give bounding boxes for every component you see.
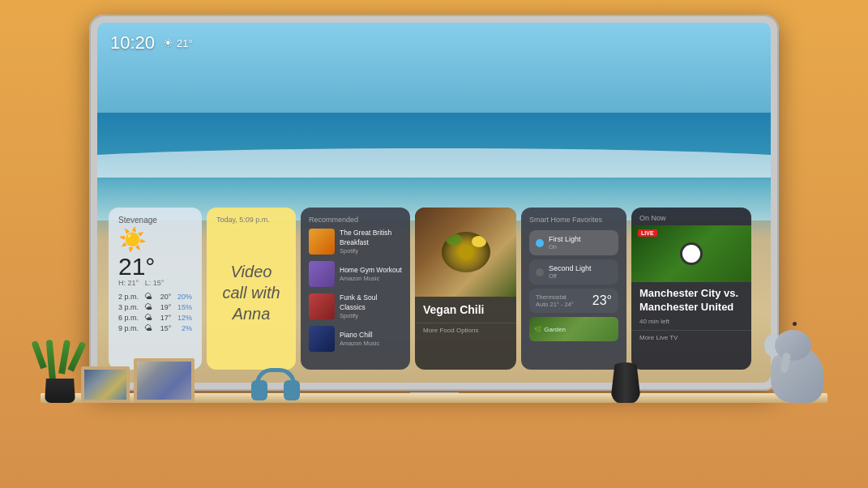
music-info-2: Home Gym Workout Amazon Music [340, 266, 402, 282]
tv-frame: 10:20 ☀ 21° Stevenage ☀️ 21° H: 21° L: 1… [89, 15, 779, 391]
music-info-1: The Great British Breakfast Spotify [340, 229, 402, 254]
onnow-title: On Now [639, 214, 743, 222]
leaf [31, 340, 46, 370]
garden-label: 🌿 Garden [534, 326, 566, 333]
weather-widget[interactable]: Stevenage ☀️ 21° H: 21° L: 15° 2 p.m. 🌤 … [109, 208, 202, 370]
tv-weather-display: ☀ 21° [163, 36, 193, 49]
forecast-row: 9 p.m. 🌤 15° 2% [118, 323, 192, 332]
food-image [415, 208, 516, 297]
note-widget[interactable]: Today, 5:09 p.m. Video call with Anna [207, 208, 296, 370]
light-2-dot [536, 268, 544, 276]
music-thumb-2 [309, 261, 335, 287]
weather-main-temp: 21° [118, 255, 192, 279]
plant-leaves [41, 340, 74, 380]
sun-icon: ☀ [163, 36, 173, 49]
tv-temp: 21° [177, 37, 193, 49]
music-item[interactable]: Piano Chill Amazon Music [309, 326, 402, 352]
light-2-item[interactable]: Second Light Off [529, 259, 618, 285]
forecast-row: 2 p.m. 🌤 20° 20% [118, 292, 192, 301]
weather-hi-lo: H: 21° L: 15° [118, 279, 192, 287]
onnow-widget[interactable]: On Now LIVE Manchester City vs. Manchest… [631, 208, 751, 370]
elephant-eye [793, 322, 797, 326]
music-thumb-4 [309, 326, 335, 352]
garden-item[interactable]: 🌿 Garden [529, 317, 618, 341]
food-name: Vegan Chili [423, 303, 508, 316]
photo-frames [81, 358, 195, 403]
plant [45, 379, 75, 403]
vase-body [610, 362, 641, 403]
music-item[interactable]: Funk & Soul Classics Spotify [309, 293, 402, 319]
smarthome-title: Smart Home Favorites [529, 216, 618, 224]
headphone-right-cup [284, 380, 300, 400]
plant-pot [45, 379, 75, 403]
food-egg [472, 236, 486, 247]
recommended-widget[interactable]: Recommended The Great British Breakfast … [301, 208, 410, 370]
tv-screen: 10:20 ☀ 21° Stevenage ☀️ 21° H: 21° L: 1… [97, 23, 771, 383]
thermostat-temp: 23° [592, 293, 612, 308]
food-more-button[interactable]: More Food Options [415, 323, 516, 334]
light-1-item[interactable]: First Light On [529, 230, 618, 255]
music-thumb-1 [309, 229, 335, 255]
food-label: Vegan Chili [415, 297, 516, 319]
onnow-show-title: Manchester City vs. Manchester United [639, 287, 743, 315]
forecast-row: 6 p.m. 🌤 17° 12% [118, 313, 192, 322]
music-info-3: Funk & Soul Classics Spotify [340, 293, 402, 319]
vase [610, 362, 641, 403]
soccer-ball-icon [680, 242, 703, 265]
photo-frame-2 [134, 358, 195, 403]
smarthome-widget[interactable]: Smart Home Favorites First Light On Seco… [521, 208, 626, 370]
onnow-header: On Now [631, 208, 751, 225]
tv-status-bar: 10:20 ☀ 21° [110, 32, 193, 54]
music-item[interactable]: Home Gym Workout Amazon Music [309, 261, 402, 287]
elephant-trunk [780, 352, 791, 373]
photo-frame-1 [81, 366, 130, 403]
onnow-image: LIVE [631, 225, 751, 282]
elephant-toy [771, 346, 823, 403]
onnow-more-button[interactable]: More Live TV [631, 330, 751, 345]
onnow-time-left: 40 min left [639, 318, 743, 325]
onnow-info: Manchester City vs. Manchester United 40… [631, 282, 751, 330]
leaf [46, 340, 56, 381]
food-bowl [415, 208, 516, 297]
music-thumb-3 [309, 293, 335, 319]
note-date: Today, 5:09 p.m. [216, 216, 286, 224]
music-info-4: Piano Chill Amazon Music [340, 331, 379, 347]
weather-forecast: 2 p.m. 🌤 20° 20% 3 p.m. 🌤 19° 15% [118, 292, 192, 332]
live-badge: LIVE [638, 229, 657, 237]
food-greens [446, 233, 462, 246]
light-2-info: Second Light Off [549, 264, 592, 280]
recommended-title: Recommended [309, 216, 402, 224]
food-bowl-shape [442, 232, 490, 272]
tv-clock: 10:20 [110, 32, 155, 54]
elephant-head [775, 330, 811, 361]
wave-layer [97, 148, 771, 178]
thermostat-item[interactable]: Thermostat Auto 21° - 24° 23° [529, 289, 618, 313]
music-item[interactable]: The Great British Breakfast Spotify [309, 229, 402, 255]
widgets-container: Stevenage ☀️ 21° H: 21° L: 15° 2 p.m. 🌤 … [97, 204, 771, 383]
light-1-info: First Light On [549, 235, 581, 250]
light-1-dot [536, 239, 544, 247]
food-widget[interactable]: Vegan Chili More Food Options [415, 208, 516, 370]
headphone-left-cup [251, 380, 267, 400]
room-background: 10:20 ☀ 21° Stevenage ☀️ 21° H: 21° L: 1… [0, 0, 868, 488]
elephant-body [771, 346, 823, 403]
forecast-row: 3 p.m. 🌤 19° 15% [118, 302, 192, 311]
thermostat-info: Thermostat Auto 21° - 24° [536, 293, 574, 308]
note-text: Video call with Anna [216, 224, 286, 362]
headphones [251, 368, 300, 400]
weather-sun-icon: ☀️ [118, 226, 192, 253]
weather-city: Stevenage [118, 216, 192, 225]
